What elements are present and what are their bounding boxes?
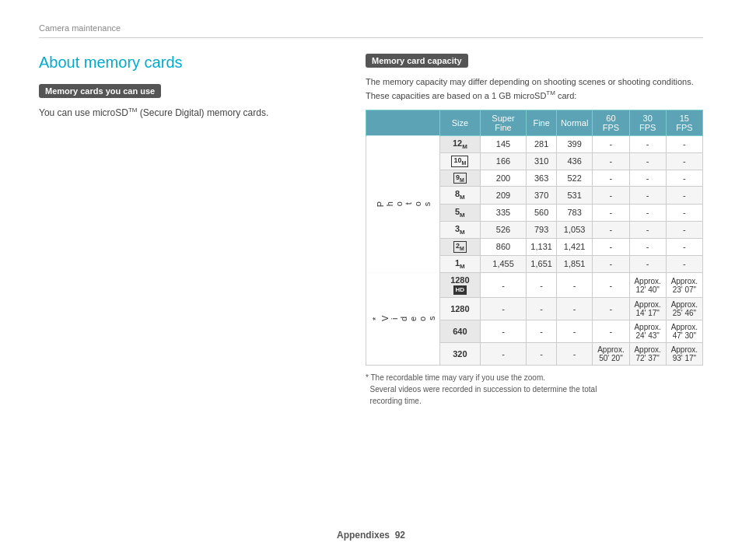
page-number: 92: [395, 530, 405, 541]
top-divider: [39, 37, 703, 38]
memory-cards-description: You can use microSDTM (Secure Digital) m…: [39, 106, 334, 120]
data-cell: -: [629, 187, 666, 204]
data-cell: 363: [527, 170, 557, 187]
data-cell: 560: [527, 204, 557, 221]
data-cell: -: [666, 204, 702, 221]
data-cell: -: [527, 298, 557, 320]
data-cell: 793: [527, 221, 557, 238]
col-header-60fps: 60 FPS: [593, 110, 629, 135]
data-cell: 783: [556, 204, 592, 221]
videos-label: *Videos: [366, 272, 440, 365]
data-cell: -: [480, 298, 527, 320]
data-cell: -: [556, 298, 592, 320]
data-cell: -: [480, 320, 527, 343]
data-cell: 1,851: [556, 255, 592, 272]
data-cell: Approx.50' 20": [593, 343, 629, 366]
data-cell: Approx.25' 46": [666, 298, 702, 320]
data-cell: -: [666, 170, 702, 187]
data-cell: -: [666, 187, 702, 204]
data-cell: Approx.23' 07": [666, 272, 702, 297]
data-cell: -: [629, 170, 666, 187]
data-cell: -: [666, 152, 702, 170]
data-cell: -: [480, 343, 527, 366]
data-cell: 1,651: [527, 255, 557, 272]
data-cell: -: [593, 204, 629, 221]
col-header-30fps: 30 FPS: [629, 110, 666, 135]
data-cell: -: [593, 272, 629, 297]
data-cell: -: [593, 298, 629, 320]
data-cell: 522: [556, 170, 592, 187]
data-cell: -: [527, 272, 557, 297]
capacity-table: Size Super Fine Fine Normal 60 FPS 30 FP…: [366, 110, 703, 366]
size-cell: 8M: [440, 187, 481, 204]
table-row: *Videos 1280 HD - - - - Approx.12' 40" A…: [366, 272, 703, 297]
data-cell: 145: [480, 135, 527, 152]
data-cell: -: [629, 152, 666, 170]
size-cell: 1280: [440, 298, 481, 320]
breadcrumb: Camera maintenance: [39, 23, 703, 33]
size-cell: 9M: [440, 170, 481, 187]
data-cell: 399: [556, 135, 592, 152]
col-header-rowlabel: [366, 110, 440, 135]
data-cell: -: [629, 135, 666, 152]
footnote: * The recordable time may vary if you us…: [366, 372, 703, 407]
right-column: Memory card capacity The memory capacity…: [366, 54, 703, 407]
data-cell: -: [593, 221, 629, 238]
data-cell: -: [666, 239, 702, 256]
size-cell: 10M: [440, 152, 481, 170]
col-header-superfine: Super Fine: [480, 110, 527, 135]
col-header-normal: Normal: [556, 110, 592, 135]
data-cell: -: [556, 343, 592, 366]
data-cell: -: [593, 152, 629, 170]
size-cell: 1M: [440, 255, 481, 272]
data-cell: 370: [527, 187, 557, 204]
data-cell: -: [593, 239, 629, 256]
data-cell: 436: [556, 152, 592, 170]
data-cell: Approx.93' 17": [666, 343, 702, 366]
data-cell: -: [556, 320, 592, 343]
data-cell: 209: [480, 187, 527, 204]
data-cell: -: [527, 320, 557, 343]
data-cell: 860: [480, 239, 527, 256]
size-cell: 320: [440, 343, 481, 366]
data-cell: 1,131: [527, 239, 557, 256]
data-cell: 335: [480, 204, 527, 221]
size-cell: 2M: [440, 239, 481, 256]
data-cell: -: [556, 272, 592, 297]
size-cell: 3M: [440, 221, 481, 238]
capacity-description: The memory capacity may differ depending…: [366, 75, 703, 102]
table-row: Photos 12M 145 281 399 - - -: [366, 135, 703, 152]
data-cell: -: [666, 255, 702, 272]
data-cell: -: [629, 255, 666, 272]
col-header-15fps: 15 FPS: [666, 110, 702, 135]
data-cell: Approx.14' 17": [629, 298, 666, 320]
data-cell: -: [527, 343, 557, 366]
footer-label: Appendixes: [337, 530, 390, 541]
data-cell: 1,421: [556, 239, 592, 256]
left-column: About memory cards Memory cards you can …: [39, 54, 334, 407]
data-cell: 281: [527, 135, 557, 152]
data-cell: -: [629, 221, 666, 238]
memory-cards-badge: Memory cards you can use: [39, 84, 161, 98]
photos-label: Photos: [366, 135, 440, 272]
data-cell: -: [593, 135, 629, 152]
data-cell: -: [593, 320, 629, 343]
data-cell: -: [666, 135, 702, 152]
size-cell: 5M: [440, 204, 481, 221]
data-cell: Approx.72' 37": [629, 343, 666, 366]
data-cell: -: [666, 221, 702, 238]
data-cell: Approx.12' 40": [629, 272, 666, 297]
size-cell: 640: [440, 320, 481, 343]
size-cell: 12M: [440, 135, 481, 152]
data-cell: -: [593, 170, 629, 187]
data-cell: 1,053: [556, 221, 592, 238]
data-cell: -: [629, 239, 666, 256]
data-cell: 310: [527, 152, 557, 170]
col-header-size: Size: [440, 110, 481, 135]
data-cell: 531: [556, 187, 592, 204]
col-header-fine: Fine: [527, 110, 557, 135]
data-cell: -: [480, 272, 527, 297]
data-cell: -: [593, 187, 629, 204]
data-cell: Approx.47' 30": [666, 320, 702, 343]
data-cell: 1,455: [480, 255, 527, 272]
